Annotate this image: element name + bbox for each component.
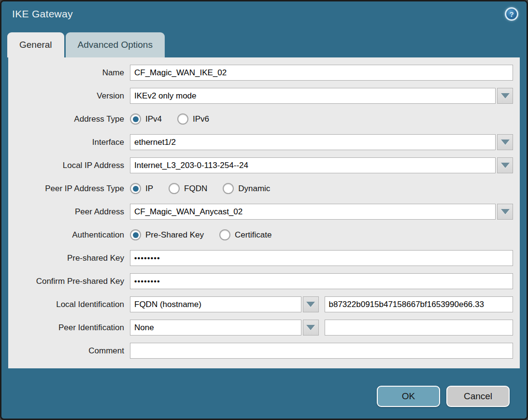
titlebar: IKE Gateway ? (1, 1, 527, 32)
peer-ip-type-option-dynamic[interactable]: Dynamic (223, 183, 270, 194)
row-local-identification: Local Identification (8, 296, 513, 312)
general-tab-panel: Name Version Address Type (8, 57, 520, 368)
row-pre-shared-key: Pre-shared Key (8, 250, 513, 266)
row-address-type: Address Type IPv4 IPv6 (8, 111, 513, 127)
radio-unselected-icon[interactable] (177, 113, 188, 125)
row-comment: Comment (8, 343, 513, 359)
ok-button[interactable]: OK (377, 386, 440, 407)
peer-address-label: Peer Address (8, 207, 130, 217)
help-icon[interactable]: ? (505, 7, 518, 21)
version-label: Version (8, 91, 130, 101)
address-type-option-ipv4[interactable]: IPv4 (130, 113, 162, 125)
peer-address-input[interactable] (130, 204, 496, 220)
peer-identification-value-input[interactable] (325, 320, 514, 336)
ike-gateway-dialog: IKE Gateway ? General Advanced Options N… (0, 0, 528, 420)
peer-identification-dropdown-button[interactable] (303, 320, 319, 336)
local-identification-value-input[interactable] (325, 296, 514, 312)
comment-label: Comment (8, 346, 130, 356)
chevron-down-icon (306, 325, 315, 330)
radio-selected-icon[interactable] (130, 183, 141, 194)
chevron-down-icon (501, 140, 510, 145)
row-peer-address: Peer Address (8, 204, 513, 220)
interface-label: Interface (8, 138, 130, 147)
pre-shared-key-input[interactable] (130, 250, 513, 266)
interface-dropdown-button[interactable] (497, 134, 513, 150)
row-peer-identification: Peer Identification (8, 320, 513, 336)
chevron-down-icon (501, 163, 510, 168)
peer-address-dropdown-button[interactable] (497, 204, 513, 220)
tab-bar: General Advanced Options (1, 32, 527, 57)
name-label: Name (8, 68, 130, 78)
radio-unselected-icon[interactable] (223, 183, 234, 194)
peer-ip-type-option-fqdn[interactable]: FQDN (169, 183, 207, 194)
chevron-down-icon (306, 302, 315, 307)
peer-ip-type-option-ip[interactable]: IP (130, 183, 153, 194)
chevron-down-icon (501, 93, 510, 98)
cancel-button[interactable]: Cancel (446, 386, 510, 407)
local-identification-label: Local Identification (8, 300, 130, 309)
peer-ip-address-type-label: Peer IP Address Type (8, 184, 130, 194)
local-ip-address-label: Local IP Address (8, 161, 130, 170)
confirm-pre-shared-key-input[interactable] (130, 273, 513, 289)
row-confirm-pre-shared-key: Confirm Pre-shared Key (8, 273, 513, 289)
row-version: Version (8, 88, 513, 104)
peer-identification-label: Peer Identification (8, 323, 130, 333)
radio-unselected-icon[interactable] (219, 229, 230, 240)
radio-selected-icon[interactable] (130, 113, 141, 125)
row-name: Name (8, 65, 513, 81)
tab-general[interactable]: General (7, 32, 64, 57)
pre-shared-key-label: Pre-shared Key (8, 253, 130, 263)
chevron-down-icon (501, 209, 510, 214)
interface-input[interactable] (130, 134, 496, 150)
authentication-label: Authentication (8, 230, 130, 240)
comment-input[interactable] (130, 343, 513, 359)
authentication-option-certificate[interactable]: Certificate (219, 229, 272, 240)
local-identification-type-input[interactable] (130, 296, 301, 312)
row-authentication: Authentication Pre-Shared Key Certificat… (8, 227, 513, 243)
row-peer-ip-address-type: Peer IP Address Type IP FQDN Dynamic (8, 181, 513, 196)
row-local-ip-address: Local IP Address (8, 157, 513, 173)
address-type-label: Address Type (8, 114, 130, 124)
address-type-option-ipv6[interactable]: IPv6 (177, 113, 209, 125)
radio-selected-icon[interactable] (130, 229, 141, 240)
dialog-footer: OK Cancel (1, 386, 527, 419)
confirm-pre-shared-key-label: Confirm Pre-shared Key (8, 277, 130, 286)
peer-identification-type-input[interactable] (130, 320, 301, 336)
local-ip-address-dropdown-button[interactable] (497, 157, 513, 173)
version-dropdown-button[interactable] (497, 88, 513, 104)
tab-advanced-options[interactable]: Advanced Options (66, 32, 165, 57)
local-ip-address-input[interactable] (130, 157, 496, 173)
local-identification-dropdown-button[interactable] (303, 296, 319, 312)
dialog-title: IKE Gateway (12, 8, 73, 19)
name-input[interactable] (130, 65, 513, 81)
row-interface: Interface (8, 134, 513, 150)
authentication-option-pre-shared-key[interactable]: Pre-Shared Key (130, 229, 204, 240)
version-input[interactable] (130, 88, 496, 104)
radio-unselected-icon[interactable] (169, 183, 180, 194)
